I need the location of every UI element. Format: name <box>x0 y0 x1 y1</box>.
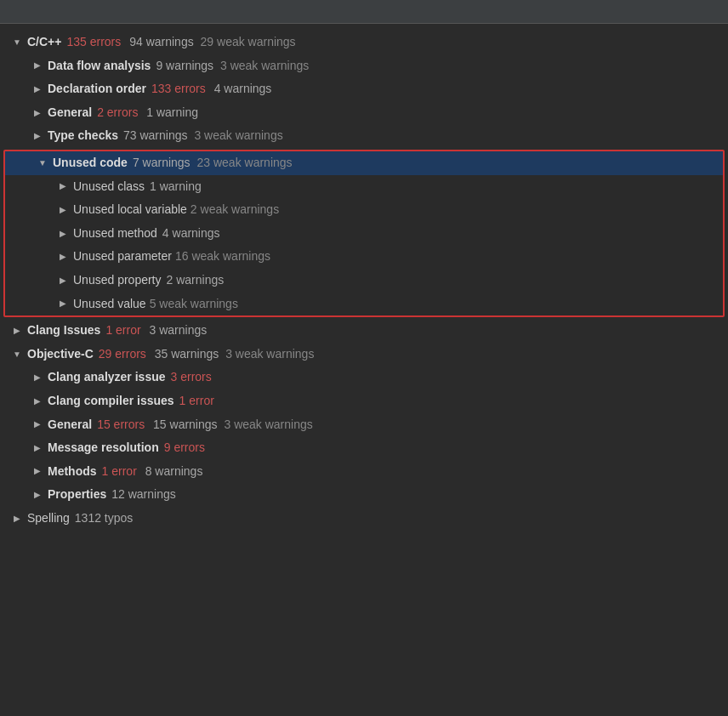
highlighted-section: ▼Unused code 7 warnings 23 weak warnings… <box>3 150 725 317</box>
tree-item-counts: 133 errors 4 warnings <box>146 81 271 98</box>
expand-icon: ▶ <box>31 129 44 143</box>
tree-item-type-checks[interactable]: ▶Type checks 73 warnings 3 weak warnings <box>0 124 728 148</box>
tree-item-label: Declaration order <box>48 81 146 98</box>
expand-icon: ▶ <box>56 274 70 287</box>
tree-item-label: Data flow analysis <box>48 58 151 75</box>
expand-icon: ▶ <box>31 488 44 502</box>
tree-item-clang-analyzer[interactable]: ▶Clang analyzer issue 3 errors <box>0 366 728 389</box>
tree-item-label: Message resolution <box>48 440 159 457</box>
tree-item-label: Unused code <box>53 155 128 172</box>
tree-item-counts: 2 warnings <box>162 272 225 289</box>
tree-item-general[interactable]: ▶General 2 errors 1 warning <box>0 101 728 125</box>
tree-item-label: Unused parameter <box>73 248 172 265</box>
tree-item-counts: 1 error <box>174 393 214 410</box>
tree-item-clang-compiler[interactable]: ▶Clang compiler issues 1 error <box>0 389 728 413</box>
tree-item-counts: 1 error 8 warnings <box>97 463 203 480</box>
tree-item-general-objc[interactable]: ▶General 15 errors 15 warnings 3 weak wa… <box>0 413 728 437</box>
tree-item-unused-local-variable[interactable]: ▶Unused local variable 2 weak warnings <box>5 198 723 222</box>
tree-item-counts: 16 weak warnings <box>172 248 270 265</box>
tree-item-label: Spelling <box>27 510 70 527</box>
expand-icon: ▶ <box>31 371 44 384</box>
collapse-icon: ▼ <box>36 156 49 170</box>
tree-item-label: Methods <box>48 463 97 480</box>
tree-item-counts: 1 warning <box>145 179 202 196</box>
tree-item-cpp[interactable]: ▼C/C++ 135 errors 94 warnings 29 weak wa… <box>0 31 728 54</box>
tree-item-label: General <box>48 105 92 122</box>
tree-item-label: Properties <box>48 486 106 503</box>
tree-item-counts: 135 errors 94 warnings 29 weak warnings <box>61 34 295 51</box>
tree-item-label: Clang Issues <box>27 322 100 339</box>
tree-item-counts: 1 error 3 warnings <box>100 322 207 339</box>
tree-item-unused-code[interactable]: ▼Unused code 7 warnings 23 weak warnings <box>5 151 723 175</box>
tree-container: ▼C/C++ 135 errors 94 warnings 29 weak wa… <box>0 24 728 537</box>
expand-icon: ▶ <box>56 297 70 310</box>
expand-icon: ▶ <box>31 395 44 408</box>
tree-item-counts: 29 errors 35 warnings 3 weak warnings <box>94 346 315 363</box>
tree-item-counts: 9 warnings 3 weak warnings <box>151 58 309 75</box>
header-bar <box>0 0 728 24</box>
tree-item-declaration-order[interactable]: ▶Declaration order 133 errors 4 warnings <box>0 77 728 101</box>
expand-icon: ▶ <box>31 464 44 478</box>
tree-item-counts: 9 errors <box>159 440 205 457</box>
tree-item-clang-issues[interactable]: ▶Clang Issues 1 error 3 warnings <box>0 319 728 343</box>
tree-item-counts: 4 warnings <box>157 225 220 242</box>
expand-icon: ▶ <box>56 227 70 241</box>
tree-item-label: Unused class <box>73 179 145 196</box>
tree-item-unused-property[interactable]: ▶Unused property 2 warnings <box>5 269 723 293</box>
tree-item-counts: 12 warnings <box>106 486 176 503</box>
tree-item-label: Unused value <box>73 296 146 313</box>
tree-item-label: Clang compiler issues <box>48 393 174 410</box>
tree-item-label: General <box>48 417 92 434</box>
tree-item-counts: 1312 typos <box>70 510 134 527</box>
tree-item-spelling[interactable]: ▶Spelling 1312 typos <box>0 507 728 531</box>
tree-item-counts: 73 warnings 3 weak warnings <box>118 128 283 145</box>
tree-item-message-resolution[interactable]: ▶Message resolution 9 errors <box>0 436 728 460</box>
expand-icon: ▶ <box>10 512 24 526</box>
expand-icon: ▶ <box>56 179 70 193</box>
tree-item-objective-c[interactable]: ▼Objective-C 29 errors 35 warnings 3 wea… <box>0 343 728 367</box>
collapse-icon: ▼ <box>10 348 24 361</box>
tree-item-counts: 5 weak warnings <box>146 296 238 313</box>
tree-item-unused-value[interactable]: ▶Unused value 5 weak warnings <box>5 293 723 316</box>
tree-item-label: Objective-C <box>27 346 94 363</box>
expand-icon: ▶ <box>31 106 44 120</box>
expand-icon: ▶ <box>31 59 44 72</box>
tree-item-label: Type checks <box>48 128 118 145</box>
tree-item-label: Unused local variable <box>73 202 187 219</box>
tree-item-label: Unused property <box>73 272 162 289</box>
tree-item-counts: 7 warnings 23 weak warnings <box>128 155 293 172</box>
tree-item-data-flow[interactable]: ▶Data flow analysis 9 warnings 3 weak wa… <box>0 54 728 78</box>
expand-icon: ▶ <box>31 418 44 431</box>
tree-item-properties[interactable]: ▶Properties 12 warnings <box>0 483 728 507</box>
tree-item-unused-class[interactable]: ▶Unused class 1 warning <box>5 175 723 199</box>
expand-icon: ▶ <box>10 324 24 338</box>
expand-icon: ▶ <box>31 441 44 455</box>
expand-icon: ▶ <box>31 82 44 96</box>
tree-item-label: Clang analyzer issue <box>48 369 166 386</box>
tree-item-label: C/C++ <box>27 34 61 51</box>
expand-icon: ▶ <box>56 203 70 217</box>
tree-item-counts: 2 errors 1 warning <box>92 105 198 122</box>
tree-item-unused-method[interactable]: ▶Unused method 4 warnings <box>5 222 723 246</box>
tree-item-label: Unused method <box>73 225 157 242</box>
tree-item-counts: 3 errors <box>166 369 212 386</box>
expand-icon: ▶ <box>56 250 70 264</box>
collapse-icon: ▼ <box>10 36 24 49</box>
tree-item-counts: 15 errors 15 warnings 3 weak warnings <box>92 417 313 434</box>
tree-item-counts: 2 weak warnings <box>187 202 279 219</box>
tree-item-methods[interactable]: ▶Methods 1 error 8 warnings <box>0 460 728 484</box>
tree-item-unused-parameter[interactable]: ▶Unused parameter 16 weak warnings <box>5 245 723 269</box>
